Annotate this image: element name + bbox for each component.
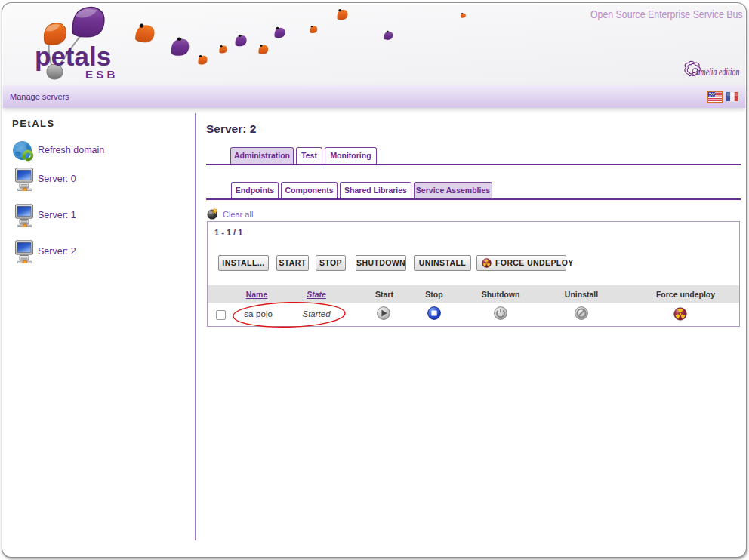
svg-text:petals: petals [35, 42, 111, 71]
svg-text:ESB: ESB [85, 68, 118, 81]
